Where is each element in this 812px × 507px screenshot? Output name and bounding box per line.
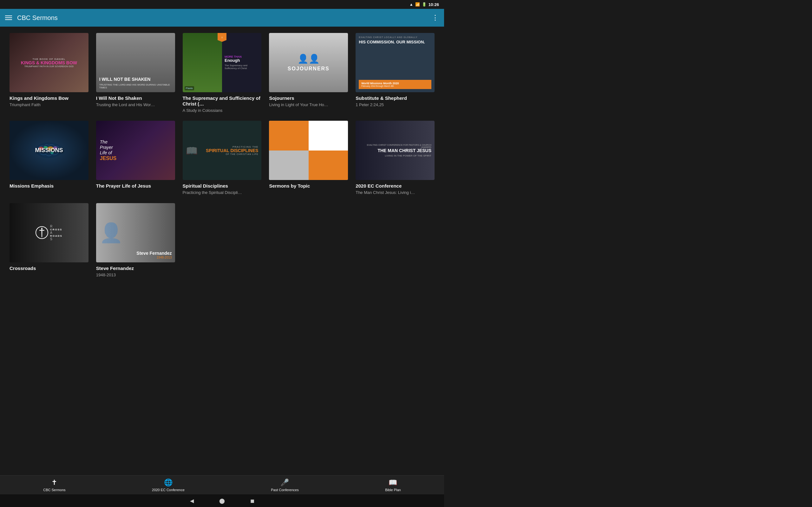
app-title: CBC Sermons xyxy=(17,14,426,21)
card-thumb-topic xyxy=(269,121,348,180)
card-title-steve: Steve Fernandez xyxy=(96,266,175,271)
crossroads-a: A xyxy=(50,231,62,234)
card-row-2: MISSIONS Missions Emphasis The Prayer Li… xyxy=(9,121,435,195)
card-subtitle-kings: Triumphant Faith xyxy=(9,102,89,108)
prayer-line2: Prayer xyxy=(100,145,116,150)
spiritual-book-icon: 📖 xyxy=(186,145,198,156)
shepherd-main: HIS COMMISSION. OUR MISSION. xyxy=(359,40,432,45)
menu-button[interactable] xyxy=(5,15,12,20)
card-thumb-spiritual: 📖 PRACTICING THE SPIRITUAL DISCIPLINES O… xyxy=(183,121,262,180)
ec-subtitle: LIVING IN THE POWER OF THE SPIRIT xyxy=(385,154,432,157)
card-subtitle-ec2020: The Man Christ Jesus: Living i… xyxy=(356,190,435,195)
shepherd-bar-text: World Missions Month 2020 xyxy=(361,82,429,85)
card-row-3: † R CROSS A ROADS S Crossroads xyxy=(9,203,435,278)
time: 10:26 xyxy=(428,2,439,7)
ec-small: EXALTING CHRIST CONFERENCE FOR PASTORS &… xyxy=(359,144,432,148)
crossroads-s: S xyxy=(50,237,62,241)
status-icons: ▲ 📶 🔋 10:26 xyxy=(409,2,439,7)
card-title-spiritual: Spiritual Disciplines xyxy=(183,183,262,189)
card-supremacy[interactable]: Plants More Than Enough The Supremacy an… xyxy=(183,33,262,113)
topic-q1 xyxy=(269,121,308,150)
card-steve[interactable]: 👤 Steve Fernandez 1948-2013 Steve Fernan… xyxy=(96,203,175,278)
supremacy-sub: The Supremacy and Sufficiency of Christ xyxy=(224,64,259,70)
shepherd-bar-date: February 23rd through March 8th xyxy=(361,85,429,87)
status-bar: ▲ 📶 🔋 10:26 xyxy=(0,0,444,9)
topic-q2 xyxy=(309,121,348,150)
shepherd-bar: World Missions Month 2020 February 23rd … xyxy=(359,80,432,89)
battery-icon: 🔋 xyxy=(422,2,426,7)
card-row-1: THE BOOK OF DANIEL KINGS & KINGDOMS BOW … xyxy=(9,33,435,113)
signal-icon: 📶 xyxy=(415,2,420,7)
app-bar: CBC Sermons ⋮ xyxy=(0,9,444,26)
wifi-icon: ▲ xyxy=(409,2,413,7)
thumb-spiritual-inner: 📖 PRACTICING THE SPIRITUAL DISCIPLINES O… xyxy=(183,121,262,180)
card-title-prayer: The Prayer Life of Jesus xyxy=(96,183,175,189)
card-title-missions: Missions Emphasis xyxy=(9,183,89,189)
kings-main: KINGS & KINGDOMS BOW xyxy=(21,60,77,65)
crossroads-content: † R CROSS A ROADS S xyxy=(36,225,62,241)
kings-sub: TRIUMPHANT FAITH IN OUR SOVEREIGN GOD xyxy=(24,65,73,67)
card-kings[interactable]: THE BOOK OF DANIEL KINGS & KINGDOMS BOW … xyxy=(9,33,89,113)
card-title-kings: Kings and Kingdoms Bow xyxy=(9,95,89,101)
more-options-button[interactable]: ⋮ xyxy=(432,14,439,22)
card-thumb-kings: THE BOOK OF DANIEL KINGS & KINGDOMS BOW … xyxy=(9,33,89,92)
card-thumb-ec2020: EXALTING CHRIST CONFERENCE FOR PASTORS &… xyxy=(356,121,435,180)
steve-years: 1948-2013 xyxy=(157,256,172,259)
card-title-ec2020: 2020 EC Conference xyxy=(356,183,435,189)
card-crossroads[interactable]: † R CROSS A ROADS S Crossroads xyxy=(9,203,89,278)
crossroads-text: CROSS xyxy=(50,228,62,231)
crossroads-logo-icon: † xyxy=(36,226,48,239)
thumb-shepherd-inner: EXALTING CHRIST LOCALLY AND GLOBALLY HIS… xyxy=(356,33,435,92)
card-subtitle-steve: 1948-2013 xyxy=(96,273,175,278)
thumb-shaken-inner: I WILL NOT BE SHAKEN TRUSTING THE LORD A… xyxy=(96,33,175,92)
steve-person-silhouette: 👤 xyxy=(99,222,123,244)
prayer-text: The Prayer Life of JESUS xyxy=(100,139,116,162)
shaken-sub: TRUSTING THE LORD AND HIS WORD DURING UN… xyxy=(99,83,172,89)
card-missions[interactable]: MISSIONS Missions Emphasis xyxy=(9,121,89,195)
spiritual-sub: OF THE CHRISTIAN LIFE xyxy=(225,153,258,155)
card-title-shepherd: Substitute & Shepherd xyxy=(356,95,435,101)
thumb-sojourners-inner: 👤👤 SOJOURNERS xyxy=(269,33,348,92)
card-sojourners[interactable]: 👤👤 SOJOURNERS Sojourners Living in Light… xyxy=(269,33,348,113)
thumb-missions-inner: MISSIONS xyxy=(9,121,89,180)
card-ec2020[interactable]: EXALTING CHRIST CONFERENCE FOR PASTORS &… xyxy=(356,121,435,195)
card-thumb-supremacy: Plants More Than Enough The Supremacy an… xyxy=(183,33,262,92)
card-title-topic: Sermons by Topic xyxy=(269,183,348,189)
card-thumb-missions: MISSIONS xyxy=(9,121,89,180)
card-spiritual[interactable]: 📖 PRACTICING THE SPIRITUAL DISCIPLINES O… xyxy=(183,121,262,195)
ec-main: THE MAN CHRIST JESUS xyxy=(377,148,432,153)
card-subtitle-spiritual: Practicing the Spiritual Discipli… xyxy=(183,190,262,195)
card-subtitle-shepherd: 1 Peter 2:24,25 xyxy=(356,102,435,108)
shaken-main: I WILL NOT BE SHAKEN xyxy=(99,77,151,82)
crossroads-label: R CROSS A ROADS S xyxy=(50,225,62,241)
card-thumb-prayer: The Prayer Life of JESUS xyxy=(96,121,175,180)
card-thumb-shepherd: EXALTING CHRIST LOCALLY AND GLOBALLY HIS… xyxy=(356,33,435,92)
supremacy-main: Enough xyxy=(224,58,240,63)
card-thumb-crossroads: † R CROSS A ROADS S xyxy=(9,203,89,262)
prayer-line3: Life of xyxy=(100,150,116,156)
thumb-prayer-inner: The Prayer Life of JESUS xyxy=(96,121,175,180)
card-topic[interactable]: Sermons by Topic xyxy=(269,121,348,195)
card-prayer[interactable]: The Prayer Life of JESUS The Prayer Life… xyxy=(96,121,175,195)
sojourners-main: SOJOURNERS xyxy=(288,66,329,72)
card-subtitle-shaken: Trusting the Lord and His Wor… xyxy=(96,102,175,108)
content-area: THE BOOK OF DANIEL KINGS & KINGDOMS BOW … xyxy=(0,26,444,311)
shepherd-small: EXALTING CHRIST LOCALLY AND GLOBALLY xyxy=(359,36,432,38)
prayer-line1: The xyxy=(100,139,116,145)
steve-name: Steve Fernandez xyxy=(136,250,171,256)
topic-q3 xyxy=(269,151,308,180)
supremacy-badge: ! xyxy=(217,33,226,42)
card-shaken[interactable]: I WILL NOT BE SHAKEN TRUSTING THE LORD A… xyxy=(96,33,175,113)
card-title-supremacy: The Supremacy and Sufficiency of Christ … xyxy=(183,95,262,107)
thumb-crossroads-inner: † R CROSS A ROADS S xyxy=(9,203,89,262)
card-subtitle-sojourners: Living in Light of Your True Ho… xyxy=(269,102,348,108)
topic-q4 xyxy=(309,151,348,180)
thumb-kings-inner: THE BOOK OF DANIEL KINGS & KINGDOMS BOW … xyxy=(9,33,89,92)
thumb-steve-inner: 👤 Steve Fernandez 1948-2013 xyxy=(96,203,175,262)
card-thumb-steve: 👤 Steve Fernandez 1948-2013 xyxy=(96,203,175,262)
prayer-highlight: JESUS xyxy=(100,155,116,161)
crossroads-r: R xyxy=(50,225,62,228)
card-title-crossroads: Crossroads xyxy=(9,266,89,271)
card-shepherd[interactable]: EXALTING CHRIST LOCALLY AND GLOBALLY HIS… xyxy=(356,33,435,113)
supremacy-left: Plants xyxy=(183,33,222,92)
